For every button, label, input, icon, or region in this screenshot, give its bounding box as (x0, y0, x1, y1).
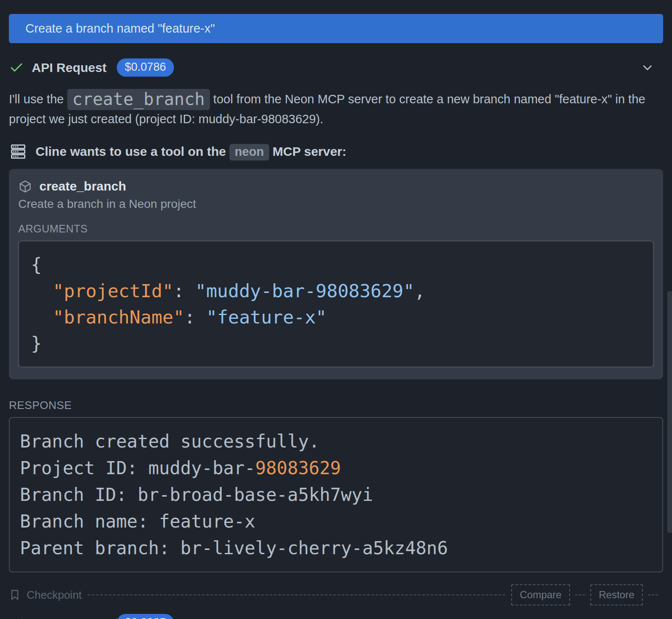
json-key: "projectId" (53, 280, 174, 301)
code-line: } (31, 330, 641, 356)
response-output: Branch created successfully.Project ID: … (9, 417, 663, 572)
response-line: Branch name: feature-x (20, 508, 652, 535)
chat-view: Create a branch named "feature-x" API Re… (0, 14, 672, 619)
code-line: "branchName": "feature-x" (31, 304, 641, 330)
api-cost-badge: $0.0786 (117, 58, 174, 77)
json-key: "branchName" (53, 307, 185, 328)
tool-card: create_branch Create a branch in a Neon … (9, 169, 663, 379)
tool-use-heading: Cline wants to use a tool on the neon MC… (9, 144, 663, 160)
checkpoint-divider (88, 594, 505, 595)
code-line: "projectId": "muddy-bar-98083629", (31, 278, 641, 304)
response-line: Branch created successfully. (20, 428, 652, 455)
arguments-label: ARGUMENTS (18, 223, 654, 235)
checkpoint-label: Checkpoint (27, 589, 82, 602)
tool-name: create_branch (39, 179, 126, 193)
bookmark-icon (9, 589, 21, 601)
mcp-server-icon (10, 144, 26, 160)
intro-text-before: I'll use the (9, 92, 67, 106)
response-line: Project ID: muddy-bar-98083629 (20, 455, 652, 481)
tool-description: Create a branch in a Neon project (18, 197, 654, 211)
user-message[interactable]: Create a branch named "feature-x" (9, 14, 663, 43)
json-value: "muddy-bar-98083629" (195, 280, 414, 301)
success-check-icon (9, 60, 24, 75)
tool-heading-text: Cline wants to use a tool on the neon MC… (36, 144, 347, 159)
compare-button[interactable]: Compare (511, 584, 570, 605)
api-request-label: API Request (32, 61, 107, 75)
restore-button[interactable]: Restore (590, 584, 643, 605)
api-request-header-1[interactable]: API Request $0.0786 (9, 58, 663, 77)
api-request-header-2[interactable]: API Request $0.0095 (9, 614, 663, 619)
response-line: Parent branch: br-lively-cherry-a5kz48n6 (20, 535, 652, 561)
tool-cube-icon (18, 180, 32, 193)
checkpoint-divider-small (648, 594, 658, 595)
inline-code-chip: create_branch (67, 89, 210, 110)
response-label: RESPONSE (9, 399, 663, 412)
server-name-chip: neon (229, 144, 269, 160)
api-request-label: API Request (32, 616, 107, 619)
arguments-code-block: { "projectId": "muddy-bar-98083629", "br… (18, 240, 654, 368)
checkpoint-row: Checkpoint Compare Restore (9, 584, 663, 605)
project-number-highlight: 98083629 (255, 458, 341, 478)
success-check-icon (9, 616, 24, 619)
assistant-message: I'll use the create_branch tool from the… (9, 89, 663, 129)
user-message-text: Create a branch named "feature-x" (25, 22, 215, 36)
scrollbar-thumb[interactable] (667, 291, 672, 533)
checkpoint-divider-small (575, 594, 585, 595)
json-value: "feature-x" (206, 307, 327, 328)
code-line: { (31, 251, 641, 278)
response-line: Branch ID: br-broad-base-a5kh7wyi (20, 481, 652, 508)
chevron-down-icon[interactable] (640, 61, 655, 75)
tool-card-title-row: create_branch (18, 179, 654, 193)
chevron-down-icon[interactable] (640, 616, 655, 619)
api-cost-badge: $0.0095 (117, 614, 174, 619)
